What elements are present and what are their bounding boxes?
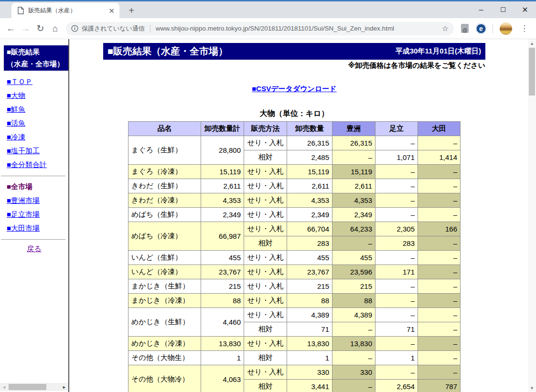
product-name-cell: まぐろ（生鮮） <box>129 136 201 165</box>
sidebar-link-toyosu[interactable]: ■豊洲市場 <box>7 193 40 207</box>
back-link[interactable]: 戻る <box>27 244 41 253</box>
bookmark-star-icon[interactable]: ☆ <box>442 24 449 33</box>
adachi-cell: 71 <box>375 322 418 337</box>
toyosu-cell: 13,830 <box>332 337 375 351</box>
product-name-cell: まぐろ（冷凍） <box>129 165 201 179</box>
profile-avatar[interactable] <box>500 22 512 35</box>
table-row: めばち（生鮮）2,349せり・入札2,3492,349–– <box>129 208 461 222</box>
vertical-scroll-thumb[interactable] <box>529 48 535 95</box>
sidebar-link-ota[interactable]: ■大田市場 <box>7 221 40 235</box>
sidebar-title: ■販売結果 （水産・全市場） <box>4 45 69 71</box>
sales-method-cell: 相対 <box>244 150 287 165</box>
ota-cell: 787 <box>418 380 461 392</box>
maximize-button[interactable]: ☐ <box>492 1 514 18</box>
reload-button[interactable]: ↻ <box>33 21 48 36</box>
column-header-3: 卸売数量 <box>287 122 332 136</box>
quantity-cell: 1 <box>287 351 332 365</box>
sales-method-cell: せり・入札 <box>244 222 287 236</box>
scroll-up-icon[interactable]: ▲ <box>528 39 536 47</box>
sidebar-horizontal-scrollbar[interactable]: ◄ ► <box>0 383 68 391</box>
ota-cell: – <box>418 351 461 365</box>
sidebar-link-reitou[interactable]: ■冷凍 <box>7 130 25 144</box>
current-market-label: ■全市場 <box>7 180 68 193</box>
toyosu-cell: 215 <box>332 279 375 294</box>
sidebar-link-adachi[interactable]: ■足立市場 <box>7 207 40 221</box>
ota-cell: – <box>418 251 461 265</box>
main-vertical-scrollbar[interactable]: ▲ ▼ <box>528 39 536 392</box>
product-name-cell: きわだ（生鮮） <box>129 179 201 193</box>
ota-cell: – <box>418 265 461 279</box>
adachi-cell: – <box>375 193 418 208</box>
toyosu-cell: 4,353 <box>332 193 375 208</box>
table-row: その他（大物生）1相対1–1– <box>129 351 461 365</box>
sidebar-link-oomono[interactable]: ■大物 <box>7 88 25 102</box>
toolbar-separator <box>493 24 493 33</box>
adachi-cell: – <box>375 365 418 380</box>
url-text: www.shijou-nippo.metro.tokyo.jp/SN/20181… <box>156 25 438 32</box>
ota-cell: – <box>418 322 461 337</box>
adachi-cell: 2,305 <box>375 222 418 236</box>
sidebar-link-top[interactable]: ■ＴＯＰ <box>7 74 32 88</box>
sidebar-divider <box>1 176 65 176</box>
window-titlebar: 販売結果（水産） ✕ + ─ ☐ ✕ <box>0 0 536 18</box>
ota-cell: – <box>418 337 461 351</box>
scroll-left-icon[interactable]: ◄ <box>0 385 8 390</box>
sales-method-cell: せり・入札 <box>244 208 287 222</box>
ota-cell: – <box>418 279 461 294</box>
horizontal-scroll-thumb[interactable] <box>9 384 46 390</box>
adachi-cell: – <box>375 165 418 179</box>
scroll-right-icon[interactable]: ► <box>60 385 68 390</box>
close-button[interactable]: ✕ <box>514 1 536 18</box>
scroll-down-icon[interactable]: ▼ <box>528 384 536 392</box>
table-row: まかじき（冷凍）88せり・入札8888–– <box>129 294 461 308</box>
tab-title: 販売結果（水産） <box>28 7 104 15</box>
chrome-menu-icon[interactable]: ⋮ <box>520 23 528 33</box>
main-frame: ■販売結果（水産・全市場） 平成30年11月01日(木曜日) ※卸売価格は各市場… <box>69 39 536 392</box>
sidebar-divider-2 <box>1 239 65 240</box>
table-row: いんど（生鮮）455せり・入札455455–– <box>129 251 461 265</box>
quantity-cell: 23,767 <box>287 265 332 279</box>
product-name-cell: いんど（冷凍） <box>129 265 201 279</box>
quantity-cell: 283 <box>287 236 332 251</box>
sales-method-cell: せり・入札 <box>244 136 287 150</box>
browser-tab[interactable]: 販売結果（水産） ✕ <box>11 3 119 18</box>
column-header-5: 足立 <box>375 122 418 136</box>
forward-button[interactable]: → <box>18 21 33 36</box>
product-name-cell: その他（大物生） <box>129 351 201 365</box>
sales-method-cell: 相対 <box>244 236 287 251</box>
ota-cell: – <box>418 308 461 322</box>
product-name-cell: いんど（生鮮） <box>129 251 201 265</box>
table-row: まぐろ（冷凍）15,119せり・入札15,11915,119–– <box>129 165 461 179</box>
address-bar[interactable]: 保護されていない通信 www.shijou-nippo.metro.tokyo.… <box>66 22 454 35</box>
sidebar-link-zenbunrui-goukei[interactable]: ■全分類合計 <box>7 158 47 171</box>
quantity-cell: 2,485 <box>287 150 332 165</box>
sidebar-link-sengyo[interactable]: ■鮮魚 <box>7 102 25 116</box>
sidebar-link-katsugyo[interactable]: ■活魚 <box>7 116 25 130</box>
back-button[interactable]: ← <box>3 21 18 36</box>
toyosu-cell: 15,119 <box>332 165 375 179</box>
column-header-4: 豊洲 <box>332 122 375 136</box>
adachi-cell: 1 <box>375 351 418 365</box>
sidebar-title-line1: ■販売結果 <box>7 46 69 58</box>
quantity-cell: 455 <box>287 251 332 265</box>
sidebar-link-shiokan-kakou[interactable]: ■塩干加工 <box>7 144 40 158</box>
page-title: ■販売結果（水産・全市場） <box>107 45 228 58</box>
page-date: 平成30年11月01日(木曜日) <box>396 47 481 56</box>
info-icon[interactable] <box>71 25 78 32</box>
ota-cell: 166 <box>418 222 461 236</box>
product-name-cell: まかじき（生鮮） <box>129 279 201 294</box>
csv-download-link[interactable]: ■CSVデータダウンロード <box>252 85 336 93</box>
home-button[interactable]: ⌂ <box>48 21 63 36</box>
ota-cell: – <box>418 179 461 193</box>
sales-method-cell: せり・入札 <box>244 165 287 179</box>
total-quantity-cell: 66,987 <box>201 222 244 251</box>
tab-close-icon[interactable]: ✕ <box>108 7 115 14</box>
ie-mode-extension-icon[interactable]: e <box>476 23 486 34</box>
quantity-cell: 15,119 <box>287 165 332 179</box>
new-tab-button[interactable]: + <box>125 5 138 17</box>
toyosu-cell: – <box>332 380 375 392</box>
quantity-cell: 66,704 <box>287 222 332 236</box>
notes-extension-icon[interactable]: @ <box>461 24 469 33</box>
toyosu-cell: 88 <box>332 294 375 308</box>
minimize-button[interactable]: ─ <box>470 1 492 18</box>
